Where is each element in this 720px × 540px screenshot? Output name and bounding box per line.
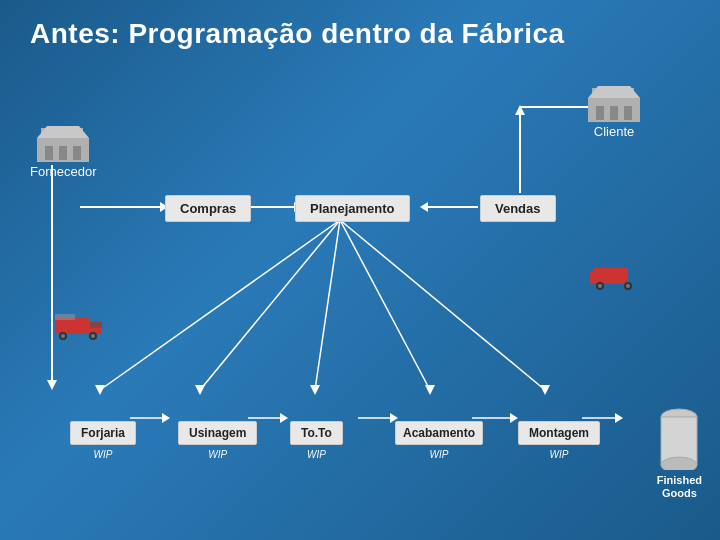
svg-marker-9 [515, 105, 525, 115]
fornecedor-label: Fornecedor [30, 164, 96, 179]
finished-goods-label: Finished Goods [657, 474, 702, 500]
cliente-factory-icon [588, 80, 640, 122]
svg-rect-37 [596, 106, 604, 120]
truck-left-area [55, 310, 105, 344]
svg-rect-55 [55, 314, 75, 320]
svg-marker-29 [510, 413, 518, 423]
svg-rect-38 [610, 106, 618, 120]
acabamento-wip: WIP [430, 449, 449, 460]
svg-marker-44 [37, 126, 89, 138]
acabamento-step: Acabamento WIP [395, 421, 483, 460]
montagem-step: Montagem WIP [518, 421, 600, 460]
svg-rect-57 [590, 272, 604, 284]
svg-marker-13 [95, 385, 105, 395]
svg-line-16 [315, 220, 340, 390]
svg-rect-45 [45, 146, 53, 160]
svg-point-52 [61, 334, 65, 338]
svg-marker-23 [162, 413, 170, 423]
cliente-label: Cliente [594, 124, 634, 139]
usinagem-box: Usinagem [178, 421, 257, 445]
svg-rect-48 [55, 318, 90, 334]
svg-point-59 [598, 284, 602, 288]
svg-point-54 [91, 334, 95, 338]
svg-rect-47 [73, 146, 81, 160]
svg-marker-50 [90, 322, 102, 328]
svg-marker-36 [588, 86, 640, 98]
svg-marker-5 [420, 202, 428, 212]
svg-line-18 [340, 220, 430, 390]
truck-right-icon [590, 260, 640, 290]
cliente-area: Cliente [588, 80, 640, 139]
svg-marker-19 [425, 385, 435, 395]
svg-marker-25 [280, 413, 288, 423]
vendas-box: Vendas [480, 195, 556, 222]
vendas-area: Vendas [480, 195, 556, 222]
compras-area: Compras [165, 195, 251, 222]
svg-rect-39 [624, 106, 632, 120]
forjaria-wip: WIP [94, 449, 113, 460]
svg-marker-15 [195, 385, 205, 395]
montagem-wip: WIP [550, 449, 569, 460]
svg-line-14 [200, 220, 340, 390]
svg-marker-7 [47, 380, 57, 390]
svg-marker-31 [615, 413, 623, 423]
slide: Antes: Programação dentro da Fábrica [0, 0, 720, 540]
svg-line-20 [340, 220, 545, 390]
svg-line-12 [100, 220, 340, 390]
toto-step: To.To WIP [290, 421, 343, 460]
montagem-box: Montagem [518, 421, 600, 445]
fornecedor-area: Fornecedor [30, 120, 96, 179]
acabamento-box: Acabamento [395, 421, 483, 445]
finished-goods-area: Finished Goods [657, 405, 702, 500]
svg-marker-17 [310, 385, 320, 395]
fornecedor-factory-icon [37, 120, 89, 162]
forjaria-step: Forjaria WIP [70, 421, 136, 460]
toto-box: To.To [290, 421, 343, 445]
toto-wip: WIP [307, 449, 326, 460]
svg-rect-46 [59, 146, 67, 160]
compras-box: Compras [165, 195, 251, 222]
truck-right-area [590, 260, 640, 294]
usinagem-wip: WIP [208, 449, 227, 460]
finished-goods-cylinder [660, 405, 698, 470]
svg-point-61 [626, 284, 630, 288]
planejamento-area: Planejamento [295, 195, 410, 222]
svg-point-64 [661, 457, 697, 470]
page-title: Antes: Programação dentro da Fábrica [0, 0, 720, 60]
svg-marker-21 [540, 385, 550, 395]
truck-left-icon [55, 310, 105, 340]
forjaria-box: Forjaria [70, 421, 136, 445]
planejamento-box: Planejamento [295, 195, 410, 222]
usinagem-step: Usinagem WIP [178, 421, 257, 460]
